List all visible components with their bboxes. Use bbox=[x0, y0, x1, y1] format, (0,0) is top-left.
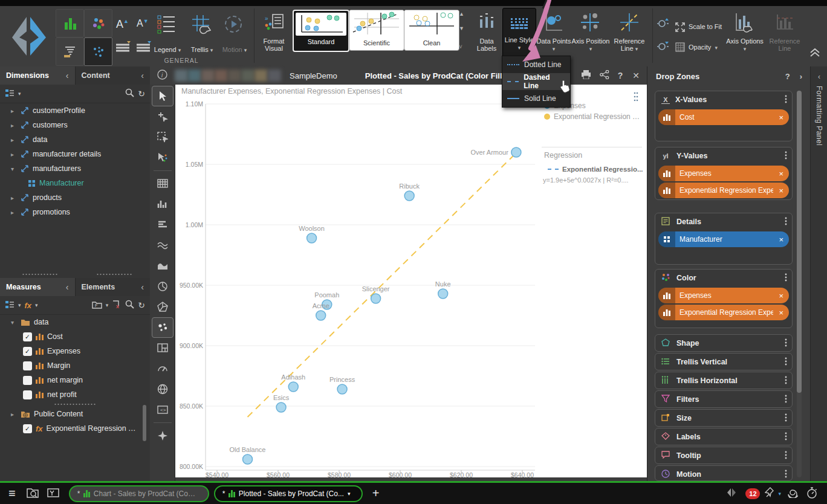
zone-filters[interactable]: Filters bbox=[655, 390, 793, 408]
content-explorer-icon[interactable] bbox=[27, 487, 39, 500]
scale-to-fit-button[interactable]: Scale to Fit bbox=[689, 23, 722, 30]
tree-item-manufacturer[interactable]: Manufacturer bbox=[0, 176, 150, 190]
data-labels-button[interactable]: Data Labels bbox=[470, 37, 504, 52]
data-points-button[interactable]: Data Points ▾ bbox=[536, 37, 572, 52]
area-chart-tool[interactable] bbox=[152, 256, 174, 276]
tab-elements[interactable]: Elements‹ bbox=[75, 278, 151, 296]
expander-icon[interactable]: ▸ bbox=[11, 108, 17, 114]
zone-menu-kebab[interactable] bbox=[785, 395, 787, 405]
collapse-panel-icon[interactable]: ‹ bbox=[66, 71, 69, 80]
chip-color-expenses[interactable]: Expenses× bbox=[658, 288, 789, 303]
chevron-down-icon[interactable]: ▾ bbox=[18, 91, 21, 97]
refresh-icon[interactable]: ↻ bbox=[138, 89, 145, 99]
chip-expenses[interactable]: Expenses× bbox=[658, 166, 789, 181]
drag-handle[interactable] bbox=[22, 273, 58, 276]
spiral-icon[interactable] bbox=[787, 487, 798, 500]
tab-plotted-sales-active[interactable]: * Plotted - Sales by ProdCat (Co... ▾ bbox=[214, 485, 363, 502]
jitter-up-button[interactable] bbox=[657, 17, 670, 31]
chip-manufacturer[interactable]: Manufacturer× bbox=[658, 231, 789, 247]
chevron-down-icon[interactable]: ▾ bbox=[18, 302, 21, 308]
folder-options-icon[interactable]: F bbox=[92, 300, 102, 311]
tab-chart-sales[interactable]: * Chart - Sales by ProdCat (Color Fill) bbox=[69, 485, 209, 502]
legend-menu-kebab[interactable] bbox=[634, 92, 638, 103]
lasso-select-tool[interactable] bbox=[152, 147, 174, 168]
font-increase-button[interactable]: A▲ bbox=[116, 18, 129, 31]
axis-position-button[interactable]: Axis Position ▾ bbox=[571, 37, 611, 52]
radar-chart-tool[interactable] bbox=[152, 297, 174, 317]
close-icon[interactable]: ✕ bbox=[632, 71, 640, 80]
tab-dimensions[interactable]: Dimensions‹ bbox=[0, 66, 75, 85]
info-icon[interactable]: i bbox=[157, 69, 167, 82]
column-chart-tool[interactable] bbox=[152, 194, 174, 215]
legend-button[interactable]: Legend ▾ bbox=[149, 46, 186, 53]
zone-menu-kebab[interactable] bbox=[785, 470, 787, 480]
column-chart-type-button[interactable] bbox=[56, 9, 84, 37]
expander-icon[interactable]: ▸ bbox=[11, 411, 17, 418]
align-top-button[interactable] bbox=[115, 41, 131, 56]
preset-scientific[interactable]: Scientific bbox=[349, 10, 404, 51]
collapse-panel-icon[interactable]: ‹ bbox=[66, 282, 69, 292]
jitter-down-button[interactable] bbox=[657, 40, 670, 54]
preset-standard[interactable]: Standard bbox=[293, 10, 349, 52]
scrollbar-thumb[interactable] bbox=[797, 91, 802, 393]
scatter-plot[interactable]: 1.10M1.05M1.00M950.00K900.00K850.00K800.… bbox=[175, 85, 537, 477]
treemap-tool[interactable] bbox=[152, 338, 174, 358]
pie-chart-tool[interactable] bbox=[152, 276, 174, 297]
gallery-scroll-up[interactable]: ▲ bbox=[459, 11, 464, 17]
drag-handle[interactable] bbox=[96, 273, 132, 276]
checkbox[interactable]: ✓ bbox=[23, 376, 32, 385]
zone-shape[interactable]: Shape bbox=[655, 334, 793, 352]
map-tool[interactable] bbox=[152, 379, 174, 399]
zone-color[interactable]: Color Expenses× Exponential Regression E… bbox=[655, 269, 793, 328]
tree-item-manufacturers[interactable]: ▾manufacturers bbox=[0, 161, 150, 176]
regression-series-row[interactable]: Exponential Regressio... bbox=[548, 166, 643, 173]
scatter-chart-type-button[interactable] bbox=[84, 9, 112, 37]
remove-chip-icon[interactable]: × bbox=[773, 235, 789, 244]
tree-item-customerprofile[interactable]: ▸customerProfile bbox=[0, 103, 150, 118]
measures-folder-data[interactable]: ▾data bbox=[0, 315, 150, 329]
expand-formatting-icon[interactable]: ‹ bbox=[811, 73, 827, 81]
trellis-button[interactable]: Trellis ▾ bbox=[184, 46, 220, 53]
line-chart-tool[interactable] bbox=[152, 235, 174, 256]
chevron-down-icon[interactable]: ▾ bbox=[35, 302, 38, 308]
tree-item-data[interactable]: ▸data bbox=[0, 132, 150, 147]
collapse-panel-icon[interactable]: ‹ bbox=[141, 71, 144, 80]
refresh-icon[interactable]: ↻ bbox=[138, 300, 145, 310]
chevron-down-icon[interactable]: ▾ bbox=[106, 302, 109, 308]
zone-menu-kebab[interactable] bbox=[785, 217, 787, 227]
zone-menu-kebab[interactable] bbox=[785, 451, 787, 461]
plotted-chart-type-button-selected[interactable] bbox=[84, 37, 112, 66]
pointer-tool-selected[interactable] bbox=[152, 86, 174, 106]
checkbox[interactable]: ✓ bbox=[23, 347, 32, 356]
zone-size[interactable]: Size bbox=[655, 409, 793, 427]
remove-chip-icon[interactable]: × bbox=[773, 308, 789, 317]
custom-visual-tool[interactable]: <> bbox=[152, 399, 174, 420]
zone-details[interactable]: Details Manufacturer× bbox=[655, 213, 793, 265]
checkbox[interactable]: ✓ bbox=[23, 332, 32, 341]
remove-chip-icon[interactable]: × bbox=[773, 186, 789, 195]
tree-item-manufacturer-details[interactable]: ▸manufacturer details bbox=[0, 147, 150, 161]
chip-exp-regression[interactable]: Exponential Regression Expens...× bbox=[658, 183, 789, 198]
scrollbar-thumb[interactable] bbox=[143, 405, 146, 441]
splitter-drag-handle[interactable] bbox=[54, 403, 96, 405]
zone-trellis-vertical[interactable]: Trellis Vertical bbox=[655, 353, 793, 370]
tab-content[interactable]: Content‹ bbox=[75, 66, 151, 85]
help-icon[interactable]: ? bbox=[785, 72, 790, 81]
zone-motion[interactable]: Motion bbox=[655, 465, 793, 481]
expander-icon[interactable]: ▸ bbox=[11, 122, 17, 129]
remove-chip-icon[interactable]: × bbox=[773, 113, 789, 122]
add-point-tool[interactable] bbox=[152, 106, 174, 127]
gallery-expand[interactable]: ˅ bbox=[459, 44, 462, 50]
tree-item-customers[interactable]: ▸customers bbox=[0, 118, 150, 132]
collapse-panel-arrow-icon[interactable]: › bbox=[800, 72, 802, 81]
zone-menu-kebab[interactable] bbox=[785, 273, 787, 283]
measure-cost[interactable]: ✓Cost bbox=[0, 329, 150, 344]
share-icon[interactable] bbox=[600, 70, 609, 81]
checkbox[interactable]: ✓ bbox=[23, 424, 32, 433]
pyramid-tray-icon[interactable] bbox=[726, 487, 737, 500]
gauge-tool[interactable] bbox=[152, 358, 174, 379]
chip-color-exp-regression[interactable]: Exponential Regression Expens...× bbox=[658, 305, 789, 320]
opacity-button[interactable]: Opacity ▾ bbox=[689, 44, 718, 51]
zone-y-values[interactable]: yIY-Values Expenses× Exponential Regress… bbox=[655, 147, 793, 200]
menu-icon[interactable]: ≡ bbox=[8, 486, 16, 500]
